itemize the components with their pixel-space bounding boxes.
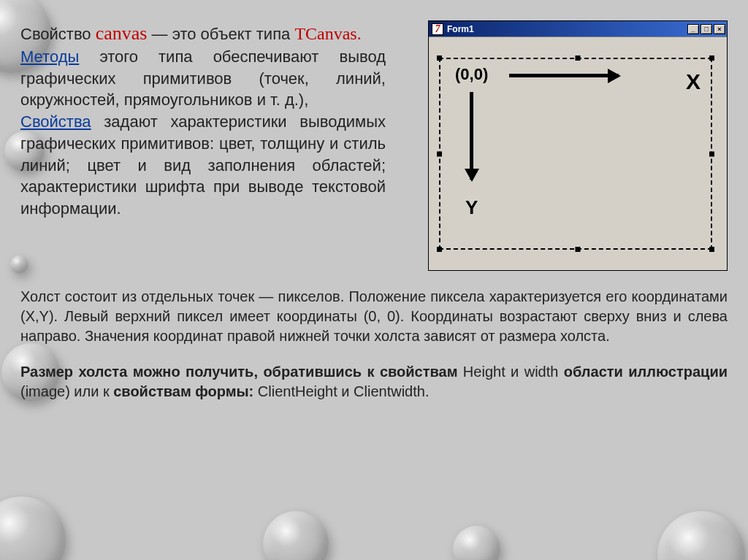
x-axis-label: X bbox=[684, 69, 702, 94]
text-span: Размер холста можно получить, обратившис… bbox=[20, 364, 457, 380]
text-span: (image) или к bbox=[20, 383, 113, 399]
paragraph-pixels: Холст состоит из отдельных точек — пиксе… bbox=[20, 287, 728, 346]
form-client-area[interactable]: (0,0) X Y bbox=[429, 37, 727, 270]
x-axis-arrow bbox=[509, 74, 619, 77]
text-span: Свойство bbox=[20, 25, 96, 43]
keyword-properties: Свойства bbox=[20, 112, 91, 131]
resize-handle-bottom-right[interactable] bbox=[709, 247, 714, 252]
resize-handle-bottom-middle[interactable] bbox=[576, 247, 581, 252]
text-span: области иллюстрации bbox=[564, 364, 728, 380]
resize-handle-bottom-left[interactable] bbox=[437, 247, 442, 252]
paragraph-canvas-description: Свойство canvas — это объект типа TCanva… bbox=[20, 20, 386, 220]
keyword-tcanvas: TCanvas. bbox=[294, 24, 361, 43]
resize-handle-top-middle[interactable] bbox=[576, 55, 581, 61]
origin-label: (0,0) bbox=[454, 65, 489, 84]
selected-image-component[interactable] bbox=[439, 58, 712, 250]
paragraph-dimensions: Размер холста можно получить, обратившис… bbox=[20, 362, 728, 402]
resize-handle-top-right[interactable] bbox=[709, 55, 714, 61]
keyword-canvas: canvas bbox=[96, 23, 148, 44]
resize-handle-middle-left[interactable] bbox=[437, 151, 442, 156]
y-axis-label: Y bbox=[464, 196, 479, 219]
resize-handle-top-left[interactable] bbox=[437, 55, 442, 61]
resize-handle-middle-right[interactable] bbox=[709, 151, 714, 156]
keyword-methods: Методы bbox=[20, 47, 79, 66]
titlebar[interactable]: 7 Form1 _ □ × bbox=[429, 21, 727, 37]
text-span: — это объект типа bbox=[147, 25, 294, 43]
y-axis-arrow bbox=[470, 92, 473, 180]
delphi-form-window: 7 Form1 _ □ × (0,0) X bbox=[428, 20, 728, 271]
close-button[interactable]: × bbox=[714, 24, 725, 34]
text-span: Height и width bbox=[457, 364, 563, 380]
text-span: свойствам формы: bbox=[113, 383, 253, 399]
window-title: Form1 bbox=[447, 24, 686, 34]
app-icon: 7 bbox=[432, 23, 443, 35]
minimize-button[interactable]: _ bbox=[687, 24, 699, 34]
maximize-button[interactable]: □ bbox=[701, 24, 712, 34]
text-span: ClientHeight и Clientwidth. bbox=[253, 383, 429, 399]
